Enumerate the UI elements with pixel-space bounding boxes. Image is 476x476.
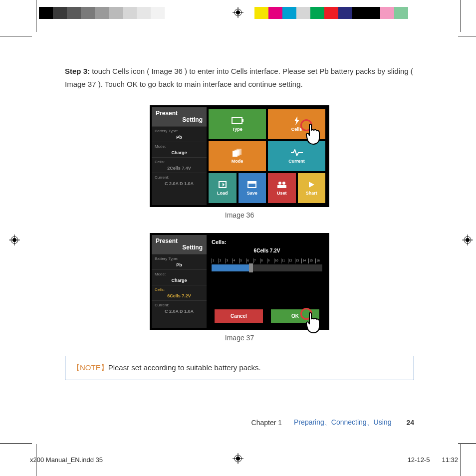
indesign-slug: x200 Manual_EN.indd 35 12-12-5 11:32 [30,456,458,464]
indd-time: 11:32 [442,456,458,464]
svg-point-26 [278,182,281,185]
shart-button[interactable]: Shart [298,173,326,203]
side-panel: Present Setting Battery Type:Pb Mode:Cha… [152,235,207,328]
step-paragraph: Step 3: touch Cells icon ( Image 36 ) to… [65,65,414,90]
colorbar-right [254,7,422,19]
panel-title: Present Setting [152,107,207,126]
cells-reading: 6Cells 7.2V [210,248,324,253]
bolt-icon [291,117,303,125]
image-36-caption: Image 36 [65,211,414,219]
image-37-caption: Image 37 [65,334,414,342]
cells-button[interactable]: Cells [268,109,325,139]
chapter-topic: Preparing、Connecting、Using [294,418,391,427]
uset-button[interactable]: Uset [268,173,296,203]
cells-slider[interactable] [212,264,322,271]
svg-rect-17 [242,119,243,122]
ok-button[interactable]: OK [271,309,319,323]
mode-button[interactable]: Mode [209,141,266,171]
svg-rect-21 [237,149,241,155]
svg-marker-18 [294,116,299,125]
indd-file: x200 Manual_EN.indd 35 [30,456,103,464]
svg-marker-29 [309,182,314,188]
svg-rect-25 [248,182,256,184]
slider-ruler: 12345678910111213141516 [212,258,322,263]
step-label: Step 3: [65,67,90,75]
type-button[interactable]: Type [209,109,266,139]
load-icon [217,181,229,189]
pulse-icon [291,149,303,157]
users-icon [276,181,288,189]
slider-thumb[interactable] [249,263,253,272]
svg-marker-23 [223,183,225,187]
save-icon [246,181,258,189]
note-tag: 【NOTE】 [72,363,108,372]
load-button[interactable]: Load [209,173,237,203]
screenshot-image-37: Present Setting Battery Type:Pb Mode:Cha… [150,233,329,330]
battery-icon [232,117,243,125]
row-current: Current: C 2.0A D 1.0A [152,173,207,188]
panel-title: Present Setting [152,235,207,254]
screenshot-image-36: Present Setting Battery Type: Pb Mode: C… [150,105,329,207]
colorbar-left [39,7,207,19]
row-mode: Mode: Charge [152,142,207,157]
registration-mark-icon [462,235,473,245]
stack-icon [232,149,243,157]
note-text: Pleasr set according to suitable battery… [108,363,261,372]
step-text: touch Cells icon ( Image 36 ) to enter i… [65,67,413,88]
row-battery-type: Battery Type: Pb [152,126,207,142]
current-button[interactable]: Current [268,141,325,171]
registration-mark-icon [9,235,20,245]
page-number: 24 [406,419,414,427]
chapter-label: Chapter 1 [251,419,282,427]
indd-date: 12-12-5 [408,456,430,464]
side-panel: Present Setting Battery Type: Pb Mode: C… [152,107,207,205]
svg-rect-28 [277,185,286,188]
chapter-footer: Chapter 1 Preparing、Connecting、Using 24 [65,418,414,427]
note-box: 【NOTE】Pleasr set according to suitable b… [65,356,414,380]
cancel-button[interactable]: Cancel [215,309,263,323]
svg-point-27 [282,182,285,185]
registration-mark-icon [233,7,243,18]
cells-title: Cells: [212,239,324,245]
svg-rect-16 [232,118,242,124]
save-button[interactable]: Save [238,173,266,203]
row-cells: Cells: 2Cells 7.4V [152,157,207,173]
play-icon [305,181,317,189]
